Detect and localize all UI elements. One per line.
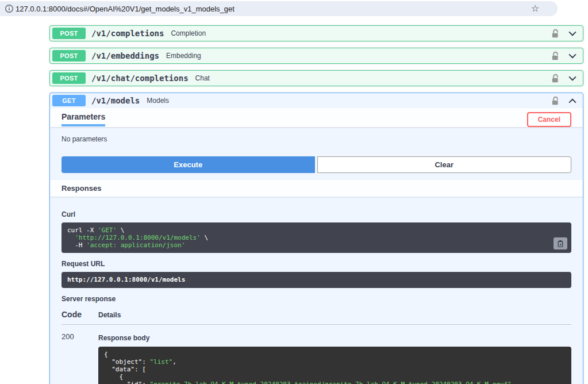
response-body-json: { "object": "list", "data": [ { "id": "g… [104,351,566,384]
opblock-chat-completions: POST /v1/chat/completions Chat [49,70,583,86]
chevron-down-icon[interactable] [568,30,577,37]
chevron-down-icon[interactable] [568,75,577,82]
auth-lock-icon[interactable] [551,96,560,106]
chevron-up-icon[interactable] [568,98,577,104]
opblock-completions: POST /v1/completions Completion [49,25,583,41]
chevron-down-icon[interactable] [568,53,577,59]
endpoint-row[interactable]: POST /v1/chat/completions Chat [50,71,583,86]
browser-chrome: 127.0.0.1:8000/docs#/OpenAI%20V1/get_mod… [0,0,588,17]
endpoint-summary: Embedding [166,52,201,60]
request-url-block: http://127.0.0.1:8000/v1/models [62,272,571,288]
curl-command-block: curl -X 'GET' \ 'http://127.0.0.1:8000/v… [62,222,571,253]
no-parameters-text: No parameters [50,127,583,156]
responses-title: Responses [50,180,583,197]
response-row-200: 200 Response body { "object": "list", "d… [62,331,571,384]
url-bar[interactable]: 127.0.0.1:8000/docs#/OpenAI%20V1/get_mod… [0,1,558,16]
code-column-header: Code [62,310,98,319]
tab-parameters[interactable]: Parameters [62,112,105,126]
bookmark-star-icon[interactable]: ☆ [531,3,539,14]
endpoint-row[interactable]: POST /v1/completions Completion [50,26,583,41]
endpoint-summary: Models [147,97,169,105]
method-badge: POST [52,28,86,39]
cancel-button[interactable]: Cancel [527,112,571,127]
endpoint-row[interactable]: POST /v1/embeddings Embedding [50,48,583,63]
responses-inner: Curl curl -X 'GET' \ 'http://127.0.0.1:8… [50,197,583,384]
response-body-label: Response body [98,334,571,342]
clear-button[interactable]: Clear [317,156,572,173]
method-badge: POST [52,72,86,84]
page-info-icon[interactable] [5,4,14,16]
endpoint-path: /v1/completions [91,29,164,38]
details-column-header: Details [98,311,121,319]
endpoint-path: /v1/chat/completions [91,74,189,83]
endpoint-summary: Chat [195,74,210,82]
auth-lock-icon[interactable] [551,51,560,61]
auth-lock-icon[interactable] [551,29,560,39]
url-text[interactable]: 127.0.0.1:8000/docs#/OpenAI%20V1/get_mod… [16,5,235,13]
swagger-operations-list: POST /v1/completions Completion POST /v1… [49,25,583,384]
request-url-value: http://127.0.0.1:8000/v1/models [67,276,566,284]
method-badge: GET [52,95,86,106]
request-url-label: Request URL [62,260,571,268]
response-body-block: { "object": "list", "data": [ { "id": "g… [98,347,571,384]
execute-button[interactable]: Execute [62,156,315,173]
status-code: 200 [62,331,98,384]
response-table-header: Code Details [62,310,571,325]
method-badge: POST [52,50,86,62]
opblock-body: Parameters Cancel No parameters Execute … [50,108,583,384]
server-response-label: Server response [62,295,571,303]
parameters-section-header: Parameters Cancel [50,108,583,127]
opblock-embeddings: POST /v1/embeddings Embedding [49,48,583,64]
copy-to-clipboard-button[interactable] [554,237,567,249]
curl-command-text: curl -X 'GET' \ 'http://127.0.0.1:8000/v… [67,226,566,249]
endpoint-path: /v1/embeddings [91,51,159,60]
endpoint-row[interactable]: GET /v1/models Models [50,93,583,108]
endpoint-path: /v1/models [91,96,140,105]
endpoint-summary: Completion [171,29,206,37]
opblock-models-expanded: GET /v1/models Models Parameters Cancel … [49,93,583,384]
auth-lock-icon[interactable] [551,74,560,83]
execute-row: Execute Clear [50,156,583,180]
curl-label: Curl [62,210,571,218]
